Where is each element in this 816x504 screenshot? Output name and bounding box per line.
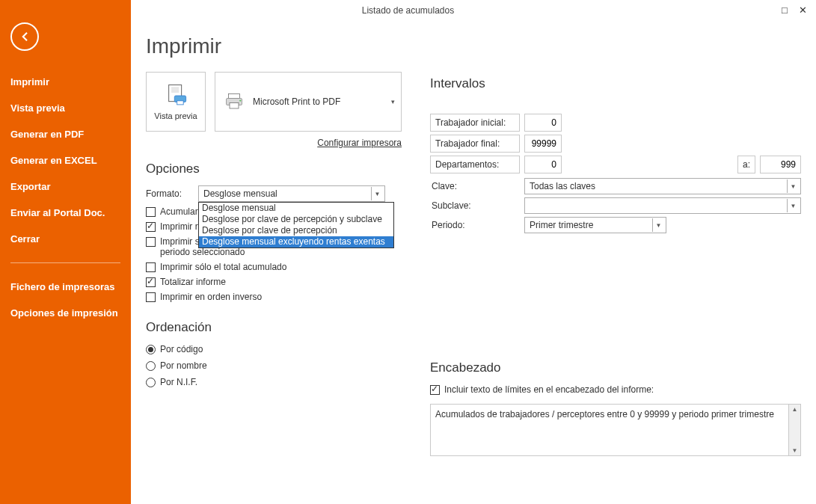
sidebar-item-enviar-portal[interactable]: Enviar al Portal Doc. — [0, 200, 131, 226]
sidebar-item-opciones-impresion[interactable]: Opciones de impresión — [0, 300, 131, 326]
encabezado-heading: Encabezado — [430, 360, 801, 375]
chk-solo-total[interactable] — [146, 262, 156, 272]
printer-select[interactable]: Microsoft Print to PDF ▾ — [215, 72, 402, 132]
ordenacion-heading: Ordenación — [146, 320, 415, 335]
vista-previa-button[interactable]: Vista previa — [146, 72, 206, 132]
trab-final-input[interactable] — [524, 135, 562, 153]
chk-imprimir-re-label[interactable]: Imprimir re — [160, 221, 203, 232]
dept-to-input[interactable] — [760, 156, 801, 173]
trab-inicial-label: Trabajador inicial: — [430, 114, 520, 132]
dept-label: Departamentos: — [430, 156, 520, 173]
chevron-down-icon[interactable]: ▼ — [652, 218, 664, 232]
window-title: Listado de acumulados — [362, 5, 454, 16]
printer-name: Microsoft Print to PDF — [253, 96, 340, 107]
formato-option-1[interactable]: Desglose por clave de percepción y subcl… — [199, 214, 393, 225]
chk-incluir-limites-label[interactable]: Incluir texto de límites en el encabezad… — [444, 384, 654, 395]
chk-acumular[interactable] — [146, 207, 156, 217]
chk-solo-total-label[interactable]: Imprimir sólo el total acumulado — [160, 262, 286, 272]
encabezado-textarea[interactable]: Acumulados de trabajadores / perceptores… — [430, 404, 801, 456]
radio-por-nombre[interactable] — [146, 361, 156, 371]
sidebar-item-imprimir[interactable]: Imprimir — [0, 69, 131, 95]
chevron-down-icon[interactable]: ▼ — [787, 179, 799, 193]
formato-combo[interactable]: Desglose mensual ▼ — [198, 185, 385, 202]
clave-label: Clave: — [430, 181, 520, 191]
sidebar: Imprimir Vista previa Generar en PDF Gen… — [0, 0, 131, 504]
sidebar-item-vista-previa[interactable]: Vista previa — [0, 95, 131, 121]
vista-previa-label: Vista previa — [154, 111, 197, 120]
configure-printer-link[interactable]: Configurar impresora — [317, 138, 402, 148]
document-preview-icon — [163, 83, 188, 108]
chevron-down-icon[interactable]: ▼ — [787, 199, 799, 212]
trab-final-label: Trabajador final: — [430, 135, 520, 153]
sidebar-item-generar-pdf[interactable]: Generar en PDF — [0, 121, 131, 147]
sidebar-item-fichero-impresoras[interactable]: Fichero de impresoras — [0, 274, 131, 300]
scroll-down-icon[interactable]: ▼ — [792, 446, 798, 455]
formato-label: Formato: — [146, 188, 198, 199]
svg-rect-6 — [229, 94, 240, 99]
chk-incluir-limites[interactable] — [430, 385, 440, 395]
close-button[interactable]: ✕ — [794, 3, 812, 16]
sidebar-item-generar-excel[interactable]: Generar en EXCEL — [0, 147, 131, 173]
radio-por-nif-label[interactable]: Por N.I.F. — [160, 377, 197, 387]
formato-option-0[interactable]: Desglose mensual — [199, 203, 393, 214]
chk-solo-info[interactable] — [146, 237, 156, 247]
formato-dropdown: Desglose mensual Desglose por clave de p… — [198, 202, 394, 248]
radio-por-codigo[interactable] — [146, 345, 156, 354]
sidebar-item-cerrar[interactable]: Cerrar — [0, 226, 131, 252]
subclave-combo[interactable]: ▼ — [524, 197, 801, 214]
printer-icon — [223, 90, 245, 113]
scrollbar[interactable]: ▲▼ — [788, 405, 800, 455]
radio-por-nif[interactable] — [146, 378, 156, 387]
svg-rect-5 — [177, 101, 184, 105]
arrow-left-icon — [18, 30, 31, 43]
back-button[interactable] — [10, 22, 39, 51]
dept-a-label: a: — [737, 156, 755, 173]
chk-totalizar-label[interactable]: Totalizar informe — [160, 277, 226, 287]
formato-option-3[interactable]: Desglose mensual excluyendo rentas exent… — [199, 236, 393, 248]
periodo-value: Primer trimestre — [530, 220, 593, 230]
maximize-button[interactable]: □ — [776, 3, 794, 16]
chk-inverso-label[interactable]: Imprimir en orden inverso — [160, 292, 262, 302]
sidebar-item-exportar[interactable]: Exportar — [0, 173, 131, 200]
chk-totalizar[interactable] — [146, 277, 156, 287]
page-title: Imprimir — [146, 34, 801, 58]
chevron-down-icon[interactable]: ▼ — [371, 187, 383, 200]
clave-combo[interactable]: Todas las claves ▼ — [524, 178, 801, 194]
intervalos-heading: Intervalos — [430, 76, 801, 91]
encabezado-text: Acumulados de trabajadores / perceptores… — [435, 409, 774, 420]
radio-por-nombre-label[interactable]: Por nombre — [160, 360, 207, 371]
svg-point-9 — [239, 99, 241, 101]
periodo-combo[interactable]: Primer trimestre ▼ — [524, 217, 666, 233]
chevron-down-icon: ▾ — [391, 98, 395, 105]
formato-option-2[interactable]: Desglose por clave de percepción — [199, 225, 393, 236]
scroll-up-icon[interactable]: ▲ — [792, 405, 798, 414]
opciones-heading: Opciones — [146, 162, 415, 176]
dept-from-input[interactable] — [524, 156, 562, 173]
subclave-label: Subclave: — [430, 200, 520, 211]
clave-value: Todas las claves — [530, 181, 595, 191]
svg-rect-8 — [230, 103, 239, 109]
trab-inicial-input[interactable] — [524, 114, 562, 132]
formato-value: Desglose mensual — [203, 188, 277, 199]
chk-imprimir-re[interactable] — [146, 222, 156, 232]
periodo-label: Periodo: — [430, 220, 520, 230]
chk-inverso[interactable] — [146, 292, 156, 302]
radio-por-codigo-label[interactable]: Por código — [160, 344, 203, 354]
